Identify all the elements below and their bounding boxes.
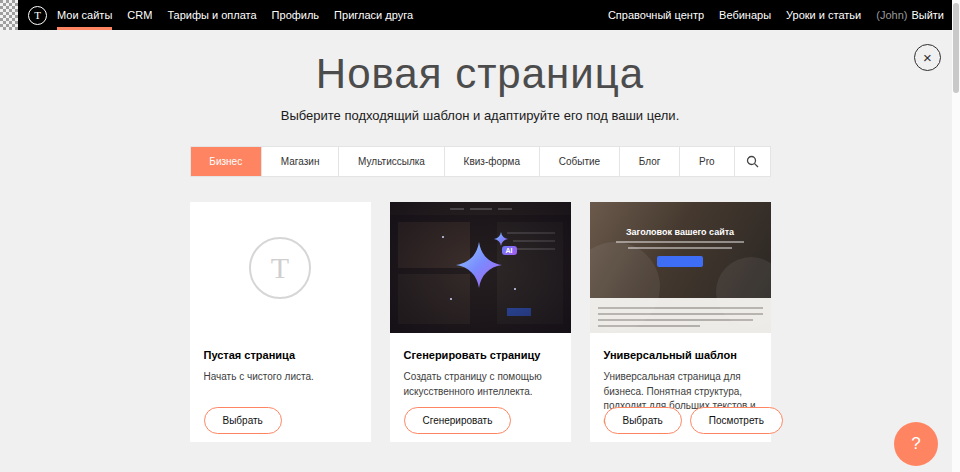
card-actions: Выбрать [204,407,282,434]
main-nav: Мои сайты CRM Тарифы и оплата Профиль Пр… [57,0,413,30]
tilda-logo-letter: T [34,9,41,21]
nav-logout[interactable]: (John) Выйти [876,0,944,30]
nav-webinars[interactable]: Вебинары [719,0,771,30]
tab-shop[interactable]: Магазин [261,147,338,176]
blank-page-preview[interactable]: T [190,202,371,333]
preview-site-heading: Заголовок вашего сайта [590,202,771,237]
scrollbar-thumb[interactable] [953,3,959,93]
tab-event[interactable]: Событие [539,147,619,176]
tab-blog[interactable]: Блог [619,147,679,176]
preview-subtitle-line [628,247,732,249]
tab-pro[interactable]: Pro [679,147,733,176]
card-title: Сгенерировать страницу [404,349,557,361]
tilda-circle-logo-icon: T [249,237,311,299]
search-icon[interactable] [734,147,770,176]
header-pattern [0,0,18,30]
ai-generate-preview[interactable]: AI [390,202,571,333]
view-button[interactable]: Посмотреть [690,407,783,434]
nav-help-center[interactable]: Справочный центр [608,0,704,30]
blank-logo-letter: T [271,251,289,285]
nav-profile[interactable]: Профиль [272,0,320,30]
tab-multilink[interactable]: Мультиссылка [338,147,444,176]
card-blank-page: T Пустая страница Начать с чистого листа… [190,202,371,442]
ai-badge: AI [502,246,517,255]
logout-label: Выйти [911,9,944,21]
preview-cta-button [657,256,703,267]
tab-business[interactable]: Бизнес [191,147,262,176]
page-title: Новая страница [0,50,960,98]
close-icon[interactable]: × [914,44,941,71]
nav-tariffs[interactable]: Тарифы и оплата [167,0,256,30]
template-cards-row: T Пустая страница Начать с чистого листа… [190,202,771,442]
template-category-tabs: Бизнес Магазин Мультиссылка Квиз-форма С… [190,146,771,177]
universal-template-preview[interactable]: Заголовок вашего сайта [590,202,771,333]
card-actions: Сгенерировать [404,407,512,434]
card-universal-template: Заголовок вашего сайта Универсальный шаб… [590,202,771,442]
account-name: (John) [876,9,907,21]
new-page-dialog: × Новая страница Выберите подходящий шаб… [0,30,960,472]
ai-sparkle-small-icon [494,232,508,246]
choose-button[interactable]: Выбрать [604,407,682,434]
magnifier-glyph [746,155,759,168]
card-title: Универсальный шаблон [604,349,757,361]
tilda-logo[interactable]: T [28,6,47,25]
top-header: T Мои сайты CRM Тарифы и оплата Профиль … [0,0,952,30]
page-subtitle: Выберите подходящий шаблон и адаптируйте… [0,108,960,123]
card-title: Пустая страница [204,349,357,361]
card-description: Начать с чистого листа. [204,370,357,385]
nav-lessons[interactable]: Уроки и статьи [786,0,861,30]
preview-subtitle-line [616,241,744,243]
card-body: Пустая страница Начать с чистого листа. [190,333,371,385]
scrollbar-track[interactable] [952,0,960,472]
nav-my-sites[interactable]: Мои сайты [57,0,112,30]
preview-hero-section: Заголовок вашего сайта [590,202,771,298]
card-body: Сгенерировать страницу Создать страницу … [390,333,571,399]
generate-button[interactable]: Сгенерировать [404,407,512,434]
card-actions: Выбрать Посмотреть [604,407,783,434]
nav-crm[interactable]: CRM [127,0,152,30]
secondary-nav: Справочный центр Вебинары Уроки и статьи… [608,0,952,30]
choose-button[interactable]: Выбрать [204,407,282,434]
ai-sparkle-icon [456,242,502,288]
card-generate-page: AI Сгенерировать страницу Создать страни… [390,202,571,442]
tab-quiz-form[interactable]: Квиз-форма [444,147,539,176]
help-button[interactable]: ? [894,422,938,466]
card-description: Создать страницу с помощью искусственног… [404,370,557,399]
nav-invite-friend[interactable]: Пригласи друга [334,0,413,30]
